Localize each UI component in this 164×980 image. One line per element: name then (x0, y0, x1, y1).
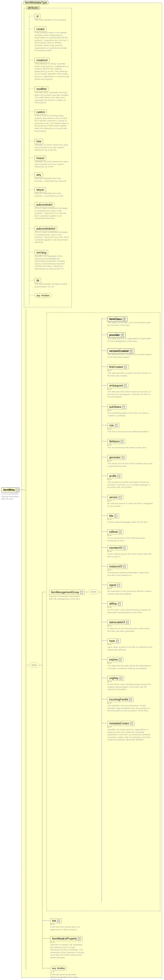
elem-pubstatus[interactable]: pubStatus+ (107, 404, 127, 409)
expand-icon[interactable]: + (118, 475, 120, 477)
collapse-icon[interactable]: − (80, 591, 83, 594)
expand-icon[interactable]: + (119, 659, 121, 661)
attr-creatoruri[interactable]: creatoruri (35, 58, 49, 63)
expand-icon[interactable]: + (115, 515, 117, 517)
attr-modified[interactable]: modified (35, 86, 48, 92)
attr-other[interactable]: any ##other (35, 293, 51, 298)
elem-versioncreated[interactable]: versionCreated+ (107, 348, 134, 353)
root-element-name: itemMeta (3, 488, 14, 491)
expand-icon[interactable]: + (122, 406, 125, 408)
elem-embargoed[interactable]: embargoed+ (107, 383, 128, 388)
expand-icon[interactable]: + (123, 318, 126, 321)
elem-metadatacreator[interactable]: metadataCreator+ (107, 721, 135, 726)
elem-filename[interactable]: fileName+ (107, 439, 125, 444)
attr-custom[interactable]: custom (35, 110, 47, 115)
elem-link[interactable]: link + (50, 918, 62, 923)
elem-other-any[interactable]: any ##other (50, 966, 67, 971)
root-desc: A set of properties directly associated … (1, 493, 20, 500)
item-management-group[interactable]: ItemManagementGroup − (49, 590, 85, 595)
expand-icon[interactable]: + (123, 547, 126, 549)
elem-generator[interactable]: generator+ (107, 455, 126, 460)
attr-dir[interactable]: dir (35, 278, 41, 283)
elem-title[interactable]: title+ (107, 514, 119, 519)
elem-incomingfeedid[interactable]: incomingFeedId+ (107, 697, 134, 702)
elem-memberof[interactable]: memberOf+ (107, 545, 127, 550)
expand-icon[interactable]: + (78, 937, 81, 940)
elem-deliverableof[interactable]: deliverableOf+ (107, 620, 131, 625)
attr-why[interactable]: why (35, 172, 43, 177)
expand-icon[interactable]: + (119, 677, 122, 680)
attr-id[interactable]: id (35, 14, 40, 19)
attr-pubconstraint[interactable]: pubconstraint (35, 202, 54, 207)
elem-profile[interactable]: profile+ (107, 474, 122, 479)
expand-icon[interactable]: + (130, 722, 133, 725)
elem-firstcreated[interactable]: firstCreated+ (107, 364, 129, 369)
type-name: ItemMetadataType (24, 1, 48, 4)
elem-service[interactable]: service+ (107, 495, 123, 500)
expand-icon[interactable]: + (121, 440, 123, 443)
attr-pubconstrainturi[interactable]: pubconstrainturi (35, 226, 57, 231)
collapse-icon[interactable]: − (16, 489, 18, 491)
elem-instanceof[interactable]: instanceOf+ (107, 564, 127, 569)
attr-howuri[interactable]: howuri (35, 156, 46, 161)
attr-xml-lang[interactable]: xml:lang (35, 250, 48, 255)
diagram-canvas: ItemMetadataType attributes itemMeta − A… (0, 0, 164, 980)
attr-creator[interactable]: creator (35, 27, 46, 32)
expand-icon[interactable]: + (57, 920, 60, 922)
expand-icon[interactable]: + (118, 603, 121, 605)
attr-how[interactable]: how (35, 139, 43, 144)
expand-icon[interactable]: + (122, 456, 124, 459)
elem-itemmetaextproperty[interactable]: itemMetaExtProperty + (50, 936, 83, 941)
expand-icon[interactable]: + (123, 565, 126, 568)
expand-icon[interactable]: + (119, 496, 121, 499)
expand-icon[interactable]: + (130, 350, 132, 352)
expand-icon[interactable]: + (121, 334, 124, 337)
expand-icon[interactable]: + (117, 584, 120, 587)
elem-origrep[interactable]: origRep+ (107, 676, 124, 681)
elem-hash[interactable]: hash+ (107, 638, 121, 643)
expand-icon[interactable]: + (116, 640, 119, 643)
attributes-label: attributes (26, 6, 40, 10)
elem-role[interactable]: role+ (107, 423, 119, 428)
sequence-connector-main (29, 663, 39, 667)
attr-whyuri[interactable]: whyuri (35, 187, 46, 192)
expand-icon[interactable]: + (124, 384, 127, 387)
expand-icon[interactable]: + (119, 531, 121, 533)
elem-signal[interactable]: signal+ (107, 582, 122, 588)
expand-icon[interactable]: + (126, 621, 129, 624)
expand-icon[interactable]: + (115, 424, 118, 427)
elem-provider[interactable]: provider+ (107, 332, 126, 337)
root-element[interactable]: itemMeta − (1, 487, 19, 492)
expand-icon[interactable]: + (124, 366, 127, 368)
elem-expires[interactable]: expires+ (107, 657, 123, 662)
elem-altrep[interactable]: altRep+ (107, 601, 123, 606)
elem-ednote[interactable]: edNote+ (107, 529, 123, 535)
elem-itemclass[interactable]: itemClass+ (107, 317, 127, 321)
sequence-connector-group (88, 590, 98, 594)
expand-icon[interactable]: + (129, 698, 132, 701)
